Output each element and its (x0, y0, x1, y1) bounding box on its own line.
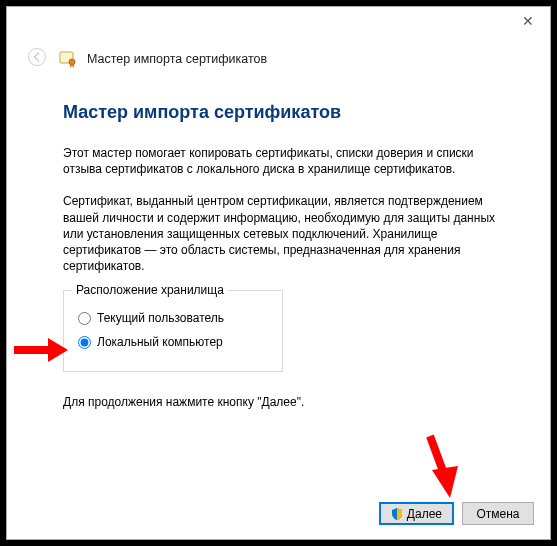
svg-point-0 (29, 49, 46, 66)
cancel-button-label: Отмена (476, 507, 519, 521)
continue-hint: Для продолжения нажмите кнопку "Далее". (63, 394, 510, 410)
radio-current-user-label: Текущий пользователь (97, 311, 224, 325)
radio-local-computer[interactable]: Локальный компьютер (78, 335, 268, 349)
next-button-label: Далее (407, 507, 442, 521)
store-location-group: Расположение хранилища Текущий пользоват… (63, 290, 283, 372)
content-area: Мастер импорта сертификатов Этот мастер … (7, 76, 550, 492)
next-button[interactable]: Далее (379, 502, 454, 525)
wizard-window: ✕ Мастер импорта сертификатов Мастер имп (6, 6, 551, 540)
header-title: Мастер импорта сертификатов (87, 52, 267, 66)
titlebar: ✕ (7, 7, 550, 37)
certificate-icon (59, 50, 77, 68)
radio-current-user[interactable]: Текущий пользователь (78, 311, 268, 325)
cancel-button[interactable]: Отмена (462, 502, 534, 525)
shield-icon (391, 508, 403, 520)
back-arrow-icon (25, 45, 49, 72)
close-icon: ✕ (522, 13, 534, 29)
close-button[interactable]: ✕ (506, 7, 550, 35)
description-text: Сертификат, выданный центром сертификаци… (63, 193, 510, 274)
radio-current-user-input[interactable] (78, 312, 91, 325)
radio-local-computer-input[interactable] (78, 336, 91, 349)
header-row: Мастер импорта сертификатов (7, 37, 550, 76)
group-legend: Расположение хранилища (72, 283, 228, 297)
radio-local-computer-label: Локальный компьютер (97, 335, 223, 349)
page-title: Мастер импорта сертификатов (63, 102, 510, 123)
intro-text: Этот мастер помогает копировать сертифик… (63, 145, 510, 177)
footer: Далее Отмена (7, 492, 550, 539)
